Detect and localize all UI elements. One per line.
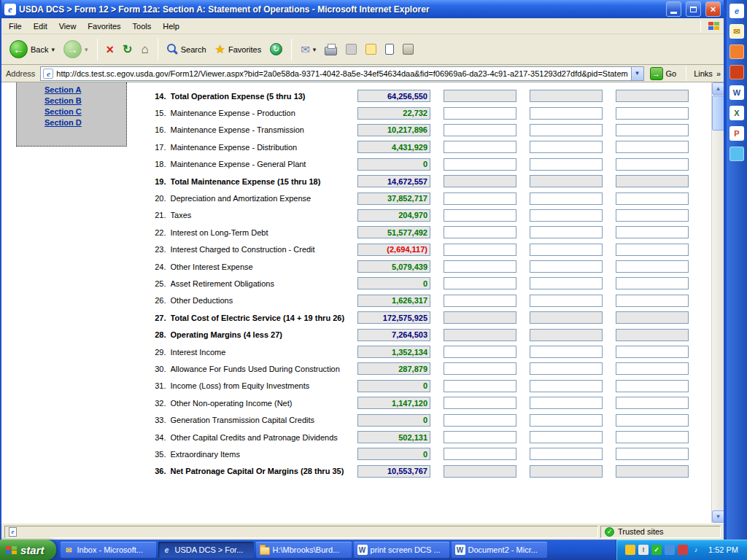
- value-input-col1[interactable]: [357, 414, 430, 427]
- value-input-col3[interactable]: [530, 448, 603, 460]
- value-input-col4[interactable]: [616, 448, 689, 460]
- value-input-col1[interactable]: [357, 107, 430, 120]
- address-input[interactable]: e http://dcs.test.sc.egov.usda.gov/Form1…: [40, 66, 643, 81]
- value-input-col3[interactable]: [530, 362, 603, 375]
- value-input-col2[interactable]: [444, 158, 516, 171]
- value-input-col3[interactable]: [530, 124, 603, 136]
- volume-icon[interactable]: ♪: [691, 545, 701, 555]
- value-input-col1[interactable]: [357, 397, 430, 409]
- value-input-col4[interactable]: [616, 380, 689, 392]
- value-input-col3[interactable]: [530, 380, 603, 392]
- search-button[interactable]: Search: [163, 42, 210, 57]
- fullscreen-button[interactable]: [382, 42, 398, 57]
- address-url[interactable]: http://dcs.test.sc.egov.usda.gov/Form12/…: [53, 69, 630, 78]
- powerpoint-icon[interactable]: P: [729, 126, 744, 141]
- value-input-col1[interactable]: [357, 380, 430, 392]
- value-input-col2[interactable]: [444, 448, 516, 460]
- title-bar[interactable]: e USDA DCS > Form 12 > Form 12a: Section…: [1, 0, 724, 18]
- value-input-col3[interactable]: [530, 226, 603, 238]
- value-input-col1[interactable]: [357, 226, 430, 238]
- value-input-col3[interactable]: [530, 277, 603, 289]
- value-input-col3[interactable]: [530, 260, 603, 273]
- value-input-col4[interactable]: [616, 244, 689, 256]
- value-input-col4[interactable]: [616, 158, 689, 171]
- restore-button[interactable]: [686, 1, 701, 17]
- value-input-col2[interactable]: [444, 295, 516, 307]
- value-input-col2[interactable]: [444, 209, 516, 222]
- value-input-col1[interactable]: [357, 90, 430, 102]
- value-input-col1[interactable]: [357, 209, 430, 222]
- start-button[interactable]: start: [0, 540, 56, 560]
- calendar-icon[interactable]: [729, 44, 744, 59]
- value-input-col1[interactable]: [357, 362, 430, 375]
- forward-dropdown-icon[interactable]: ▾: [85, 46, 88, 53]
- address-dropdown-icon[interactable]: ▼: [631, 67, 643, 80]
- value-input-col1[interactable]: [357, 158, 430, 171]
- stop-button[interactable]: ×: [103, 42, 118, 58]
- value-input-col4[interactable]: [616, 141, 689, 153]
- task-button[interactable]: eUSDA DCS > For...: [158, 542, 254, 558]
- task-button[interactable]: ✉Inbox - Microsoft...: [61, 542, 156, 558]
- value-input-col2[interactable]: [444, 431, 516, 443]
- network-icon[interactable]: [678, 545, 688, 555]
- value-input-col2[interactable]: [444, 141, 516, 153]
- value-input-col3[interactable]: [530, 107, 603, 120]
- print-button[interactable]: [321, 42, 341, 58]
- menu-tools[interactable]: Tools: [127, 20, 158, 33]
- discuss-button[interactable]: [362, 42, 380, 57]
- internet-explorer-icon[interactable]: e: [729, 4, 744, 18]
- value-input-col3[interactable]: [530, 414, 603, 427]
- refresh-button[interactable]: ↻: [119, 40, 136, 58]
- value-input-col4[interactable]: [616, 124, 689, 136]
- value-input-col4[interactable]: [616, 192, 689, 205]
- favorites-button[interactable]: ★ Favorites: [212, 40, 266, 58]
- task-button[interactable]: Wprint screen DCS ...: [354, 542, 449, 558]
- go-button[interactable]: → Go: [648, 67, 679, 80]
- value-input-col2[interactable]: [444, 226, 516, 238]
- menu-help[interactable]: Help: [157, 20, 185, 33]
- edit-button[interactable]: [342, 42, 360, 57]
- value-input-col1[interactable]: [357, 244, 430, 256]
- value-input-col2[interactable]: [444, 380, 516, 392]
- value-input-col3[interactable]: [530, 209, 603, 222]
- updates-shield-icon[interactable]: !: [638, 545, 649, 555]
- home-button[interactable]: ⌂: [137, 40, 152, 59]
- mail-button[interactable]: ✉ ▾: [297, 41, 320, 58]
- value-input-col4[interactable]: [616, 226, 689, 238]
- value-input-col2[interactable]: [444, 244, 516, 256]
- value-input-col2[interactable]: [444, 124, 516, 136]
- value-input-col4[interactable]: [616, 414, 689, 427]
- messenger-icon[interactable]: [625, 545, 635, 555]
- value-input-col4[interactable]: [616, 431, 689, 443]
- value-input-col1[interactable]: [357, 260, 430, 273]
- value-input-col4[interactable]: [616, 277, 689, 289]
- menu-favorites[interactable]: Favorites: [82, 20, 126, 33]
- value-input-col3[interactable]: [530, 158, 603, 171]
- value-input-col1[interactable]: [357, 329, 430, 341]
- value-input-col1[interactable]: [357, 277, 430, 289]
- value-input-col4[interactable]: [616, 295, 689, 307]
- value-input-col2[interactable]: [444, 192, 516, 205]
- forward-button[interactable]: → ▾: [60, 38, 92, 61]
- value-input-col4[interactable]: [616, 209, 689, 222]
- value-input-col3[interactable]: [530, 431, 603, 443]
- close-button[interactable]: ×: [705, 1, 721, 17]
- value-input-col3[interactable]: [530, 141, 603, 153]
- value-input-col1[interactable]: [357, 311, 430, 324]
- value-input-col1[interactable]: [357, 124, 430, 136]
- value-input-col1[interactable]: [357, 465, 430, 478]
- value-input-col3[interactable]: [530, 295, 603, 307]
- excel-icon[interactable]: X: [729, 106, 744, 120]
- value-input-col1[interactable]: [357, 346, 430, 358]
- value-input-col2[interactable]: [444, 277, 516, 289]
- mail-dropdown-icon[interactable]: ▾: [313, 46, 317, 53]
- history-button[interactable]: ↻: [266, 41, 286, 58]
- scroll-down-icon[interactable]: ▼: [712, 510, 724, 523]
- value-input-col2[interactable]: [444, 107, 516, 120]
- antivirus-check-icon[interactable]: ✓: [651, 545, 662, 555]
- value-input-col1[interactable]: [357, 141, 430, 153]
- value-input-col1[interactable]: [357, 431, 430, 443]
- value-input-col1[interactable]: [357, 295, 430, 307]
- value-input-col2[interactable]: [444, 346, 516, 358]
- value-input-col1[interactable]: [357, 192, 430, 205]
